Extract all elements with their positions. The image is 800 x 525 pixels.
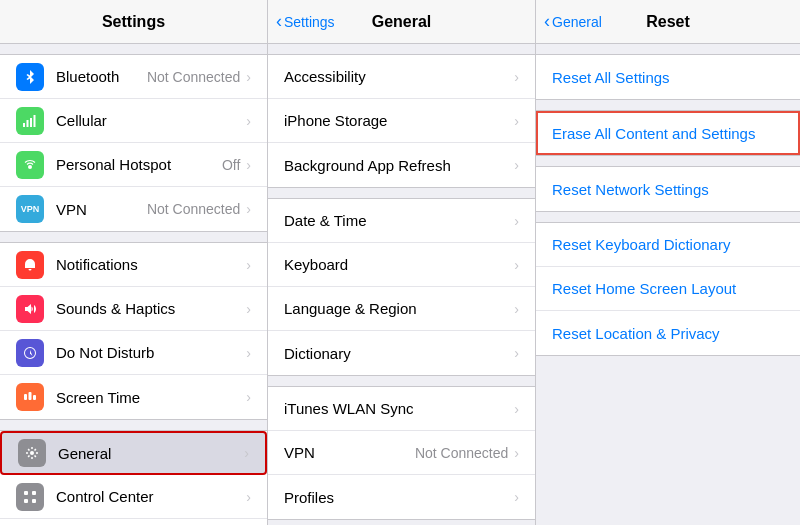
right-back-label: General [552, 14, 602, 30]
left-section-general: General › Control Center › Display & Bri… [0, 430, 267, 525]
right-title: Reset [646, 13, 690, 31]
right-item-reset-network[interactable]: Reset Network Settings [536, 167, 800, 211]
right-back-button[interactable]: ‹ General [544, 11, 602, 32]
cellular-icon [16, 107, 44, 135]
mid-section-3: iTunes WLAN Sync › VPN Not Connected › P… [268, 386, 535, 520]
mid-scroll: Accessibility › iPhone Storage › Backgro… [268, 44, 535, 525]
left-column: Settings Bluetooth Not Connected › Cellu… [0, 0, 268, 525]
mid-back-button[interactable]: ‹ Settings [276, 11, 335, 32]
right-section-2: Erase All Content and Settings [536, 110, 800, 156]
bluetooth-value: Not Connected [147, 69, 240, 85]
right-item-reset-keyboard[interactable]: Reset Keyboard Dictionary [536, 223, 800, 267]
mid-item-accessibility[interactable]: Accessibility › [268, 55, 535, 99]
bg-app-refresh-chevron: › [514, 157, 519, 173]
mid-item-iphone-storage[interactable]: iPhone Storage › [268, 99, 535, 143]
mid-vpn-chevron: › [514, 445, 519, 461]
bluetooth-chevron: › [246, 69, 251, 85]
date-time-chevron: › [514, 213, 519, 229]
svg-rect-7 [33, 395, 36, 400]
sidebar-item-vpn[interactable]: VPN VPN Not Connected › [0, 187, 267, 231]
mid-item-date-time[interactable]: Date & Time › [268, 199, 535, 243]
svg-rect-0 [23, 123, 25, 127]
cellular-chevron: › [246, 113, 251, 129]
sounds-chevron: › [246, 301, 251, 317]
left-section-network: Bluetooth Not Connected › Cellular › Per… [0, 54, 267, 232]
right-item-reset-home-screen[interactable]: Reset Home Screen Layout [536, 267, 800, 311]
vpn-icon: VPN [16, 195, 44, 223]
sounds-label: Sounds & Haptics [56, 300, 246, 317]
sidebar-item-dnd[interactable]: Do Not Disturb › [0, 331, 267, 375]
language-region-label: Language & Region [284, 300, 514, 317]
sidebar-item-general[interactable]: General › [0, 431, 267, 475]
svg-rect-3 [34, 115, 36, 127]
sidebar-item-sounds[interactable]: Sounds & Haptics › [0, 287, 267, 331]
general-label: General [58, 445, 244, 462]
iphone-storage-chevron: › [514, 113, 519, 129]
mid-item-language-region[interactable]: Language & Region › [268, 287, 535, 331]
accessibility-chevron: › [514, 69, 519, 85]
reset-location-privacy-label: Reset Location & Privacy [552, 325, 784, 342]
sounds-icon [16, 295, 44, 323]
dictionary-chevron: › [514, 345, 519, 361]
profiles-label: Profiles [284, 489, 514, 506]
keyboard-label: Keyboard [284, 256, 514, 273]
date-time-label: Date & Time [284, 212, 514, 229]
right-item-erase-all[interactable]: Erase All Content and Settings [536, 111, 800, 155]
sidebar-item-notifications[interactable]: Notifications › [0, 243, 267, 287]
svg-rect-6 [29, 392, 32, 400]
reset-keyboard-label: Reset Keyboard Dictionary [552, 236, 784, 253]
sidebar-item-cellular[interactable]: Cellular › [0, 99, 267, 143]
language-region-chevron: › [514, 301, 519, 317]
vpn-value: Not Connected [147, 201, 240, 217]
profiles-chevron: › [514, 489, 519, 505]
itunes-wlan-label: iTunes WLAN Sync [284, 400, 514, 417]
left-section-notifications: Notifications › Sounds & Haptics › Do No… [0, 242, 267, 420]
sidebar-item-control-center[interactable]: Control Center › [0, 475, 267, 519]
notifications-chevron: › [246, 257, 251, 273]
bluetooth-icon [16, 63, 44, 91]
accessibility-label: Accessibility [284, 68, 514, 85]
erase-all-label: Erase All Content and Settings [552, 125, 784, 142]
sidebar-item-display-brightness[interactable]: Display & Brightness › [0, 519, 267, 525]
right-section-1: Reset All Settings [536, 54, 800, 100]
notifications-label: Notifications [56, 256, 246, 273]
mid-back-arrow: ‹ [276, 11, 282, 32]
cellular-label: Cellular [56, 112, 240, 129]
mid-vpn-value: Not Connected [415, 445, 508, 461]
hotspot-value: Off [222, 157, 240, 173]
left-title: Settings [102, 13, 165, 31]
mid-item-background-app-refresh[interactable]: Background App Refresh › [268, 143, 535, 187]
hotspot-label: Personal Hotspot [56, 156, 222, 173]
svg-rect-2 [30, 118, 32, 127]
right-item-reset-all-settings[interactable]: Reset All Settings [536, 55, 800, 99]
reset-home-screen-label: Reset Home Screen Layout [552, 280, 784, 297]
sidebar-item-bluetooth[interactable]: Bluetooth Not Connected › [0, 55, 267, 99]
dictionary-label: Dictionary [284, 345, 514, 362]
general-icon [18, 439, 46, 467]
screen-time-label: Screen Time [56, 389, 246, 406]
mid-section-2: Date & Time › Keyboard › Language & Regi… [268, 198, 535, 376]
general-chevron: › [244, 445, 249, 461]
svg-rect-9 [24, 491, 28, 495]
reset-network-label: Reset Network Settings [552, 181, 784, 198]
svg-point-8 [30, 451, 34, 455]
mid-item-profiles[interactable]: Profiles › [268, 475, 535, 519]
right-item-reset-location-privacy[interactable]: Reset Location & Privacy [536, 311, 800, 355]
mid-back-label: Settings [284, 14, 335, 30]
control-center-icon [16, 483, 44, 511]
mid-header: ‹ Settings General [268, 0, 535, 44]
svg-rect-1 [27, 120, 29, 127]
left-scroll: Bluetooth Not Connected › Cellular › Per… [0, 44, 267, 525]
mid-item-vpn[interactable]: VPN Not Connected › [268, 431, 535, 475]
sidebar-item-screen-time[interactable]: Screen Time › [0, 375, 267, 419]
mid-item-dictionary[interactable]: Dictionary › [268, 331, 535, 375]
svg-rect-10 [32, 491, 36, 495]
right-section-4: Reset Keyboard Dictionary Reset Home Scr… [536, 222, 800, 356]
mid-item-keyboard[interactable]: Keyboard › [268, 243, 535, 287]
screen-time-icon [16, 383, 44, 411]
hotspot-chevron: › [246, 157, 251, 173]
control-center-chevron: › [246, 489, 251, 505]
mid-item-itunes-wlan[interactable]: iTunes WLAN Sync › [268, 387, 535, 431]
right-section-3: Reset Network Settings [536, 166, 800, 212]
sidebar-item-personal-hotspot[interactable]: Personal Hotspot Off › [0, 143, 267, 187]
